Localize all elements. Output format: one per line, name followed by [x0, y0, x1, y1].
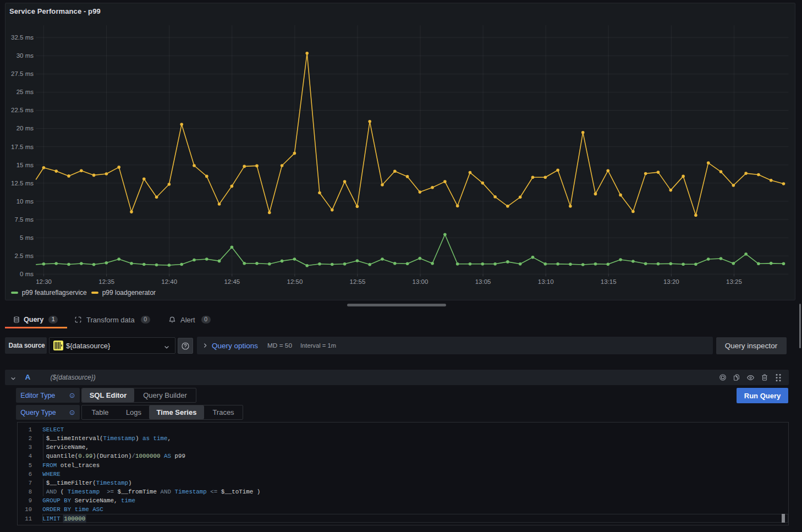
svg-text:13:05: 13:05: [475, 278, 491, 285]
svg-text:13:15: 13:15: [601, 278, 617, 285]
svg-text:27.5 ms: 27.5 ms: [11, 70, 34, 77]
svg-text:13:10: 13:10: [538, 278, 554, 285]
svg-text:5 ms: 5 ms: [20, 234, 34, 241]
svg-text:2.5 ms: 2.5 ms: [14, 253, 34, 259]
svg-text:12:35: 12:35: [98, 278, 114, 285]
svg-text:15 ms: 15 ms: [17, 162, 34, 168]
svg-text:10 ms: 10 ms: [17, 198, 34, 205]
svg-text:22.5 ms: 22.5 ms: [11, 107, 34, 113]
svg-text:12:30: 12:30: [36, 278, 52, 285]
svg-text:12:55: 12:55: [350, 278, 366, 285]
svg-text:12:50: 12:50: [287, 278, 303, 285]
svg-text:20 ms: 20 ms: [17, 125, 34, 131]
svg-text:30 ms: 30 ms: [17, 52, 34, 59]
svg-text:12.5 ms: 12.5 ms: [11, 180, 34, 187]
svg-text:13:20: 13:20: [663, 278, 679, 285]
svg-text:7.5 ms: 7.5 ms: [14, 216, 34, 223]
svg-text:13:00: 13:00: [413, 278, 429, 285]
svg-text:12:40: 12:40: [161, 278, 177, 285]
svg-text:12:45: 12:45: [224, 278, 240, 285]
svg-text:17.5 ms: 17.5 ms: [11, 144, 34, 150]
svg-text:13:25: 13:25: [726, 278, 742, 285]
svg-text:25 ms: 25 ms: [17, 89, 34, 95]
svg-text:0 ms: 0 ms: [20, 271, 34, 277]
svg-text:32.5 ms: 32.5 ms: [11, 34, 34, 41]
